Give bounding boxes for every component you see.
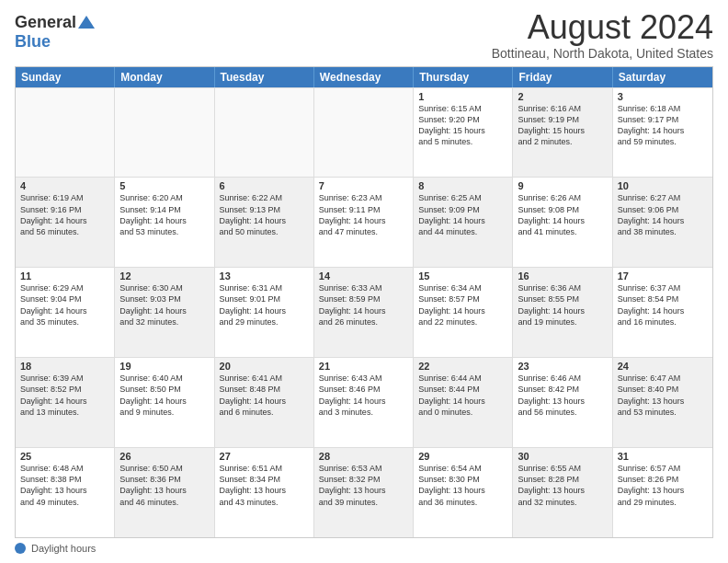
day-number: 25 [20,451,109,462]
cell-info: Sunrise: 6:57 AM Sunset: 8:26 PM Dayligh… [618,463,708,508]
cal-cell-empty-0-1 [115,88,214,178]
cell-info: Sunrise: 6:31 AM Sunset: 9:01 PM Dayligh… [220,282,309,327]
cal-cell-6: 6Sunrise: 6:22 AM Sunset: 9:13 PM Daylig… [215,178,314,267]
cell-info: Sunrise: 6:41 AM Sunset: 8:48 PM Dayligh… [220,373,309,418]
cell-info: Sunrise: 6:20 AM Sunset: 9:14 PM Dayligh… [119,192,209,237]
cal-cell-2: 2Sunrise: 6:16 AM Sunset: 9:19 PM Daylig… [513,88,612,178]
cell-info: Sunrise: 6:39 AM Sunset: 8:52 PM Dayligh… [20,373,109,418]
day-number: 2 [518,91,607,102]
cell-info: Sunrise: 6:22 AM Sunset: 9:13 PM Dayligh… [220,192,309,237]
cal-cell-22: 22Sunrise: 6:44 AM Sunset: 8:44 PM Dayli… [414,358,513,447]
cal-header-cell-monday: Monday [115,67,214,87]
cell-info: Sunrise: 6:23 AM Sunset: 9:11 PM Dayligh… [319,192,408,237]
cal-cell-21: 21Sunrise: 6:43 AM Sunset: 8:46 PM Dayli… [314,358,414,447]
day-number: 12 [119,270,209,282]
cal-cell-13: 13Sunrise: 6:31 AM Sunset: 9:01 PM Dayli… [215,268,314,357]
cal-cell-30: 30Sunrise: 6:55 AM Sunset: 8:28 PM Dayli… [513,448,612,537]
cal-header-cell-sunday: Sunday [16,67,115,87]
cal-cell-15: 15Sunrise: 6:34 AM Sunset: 8:57 PM Dayli… [414,268,513,357]
cal-cell-29: 29Sunrise: 6:54 AM Sunset: 8:30 PM Dayli… [414,448,513,537]
footer-dot-icon [15,543,26,554]
day-number: 27 [220,451,309,462]
header: General Blue August 2024 Bottineau, Nort… [15,9,713,61]
cal-cell-20: 20Sunrise: 6:41 AM Sunset: 8:48 PM Dayli… [215,358,314,447]
cell-info: Sunrise: 6:16 AM Sunset: 9:19 PM Dayligh… [518,103,607,148]
cell-info: Sunrise: 6:44 AM Sunset: 8:44 PM Dayligh… [418,373,507,418]
cal-row-5: 25Sunrise: 6:48 AM Sunset: 8:38 PM Dayli… [16,447,712,537]
cal-header-cell-thursday: Thursday [414,67,513,87]
day-number: 16 [518,270,607,282]
day-number: 5 [119,180,209,191]
cal-cell-empty-0-3 [314,88,414,178]
cell-info: Sunrise: 6:26 AM Sunset: 9:08 PM Dayligh… [518,192,607,237]
cal-cell-9: 9Sunrise: 6:26 AM Sunset: 9:08 PM Daylig… [513,178,612,267]
calendar: SundayMondayTuesdayWednesdayThursdayFrid… [15,66,713,538]
cell-info: Sunrise: 6:51 AM Sunset: 8:34 PM Dayligh… [220,463,309,508]
day-number: 29 [418,451,507,462]
day-number: 9 [518,180,607,191]
day-number: 7 [319,180,408,191]
cal-cell-27: 27Sunrise: 6:51 AM Sunset: 8:34 PM Dayli… [215,448,314,537]
day-number: 11 [20,270,109,282]
logo-general: General [15,13,76,32]
cal-cell-1: 1Sunrise: 6:15 AM Sunset: 9:20 PM Daylig… [414,88,513,178]
cal-cell-10: 10Sunrise: 6:27 AM Sunset: 9:06 PM Dayli… [613,178,712,267]
day-number: 6 [220,180,309,191]
cell-info: Sunrise: 6:46 AM Sunset: 8:42 PM Dayligh… [518,373,607,418]
cal-cell-4: 4Sunrise: 6:19 AM Sunset: 9:16 PM Daylig… [16,178,115,267]
cell-info: Sunrise: 6:30 AM Sunset: 9:03 PM Dayligh… [119,282,209,327]
cal-cell-26: 26Sunrise: 6:50 AM Sunset: 8:36 PM Dayli… [115,448,214,537]
day-number: 15 [418,270,507,282]
cal-cell-17: 17Sunrise: 6:37 AM Sunset: 8:54 PM Dayli… [613,268,712,357]
cell-info: Sunrise: 6:37 AM Sunset: 8:54 PM Dayligh… [618,282,708,327]
cell-info: Sunrise: 6:18 AM Sunset: 9:17 PM Dayligh… [618,103,708,148]
cell-info: Sunrise: 6:55 AM Sunset: 8:28 PM Dayligh… [518,463,607,508]
cell-info: Sunrise: 6:54 AM Sunset: 8:30 PM Dayligh… [418,463,507,508]
day-number: 14 [319,270,408,282]
cal-row-1: 1Sunrise: 6:15 AM Sunset: 9:20 PM Daylig… [16,87,712,178]
cal-cell-5: 5Sunrise: 6:20 AM Sunset: 9:14 PM Daylig… [115,178,214,267]
day-number: 13 [220,270,309,282]
cal-cell-empty-0-2 [215,88,314,178]
logo-icon [78,16,95,29]
subtitle: Bottineau, North Dakota, United States [492,46,713,61]
cal-cell-24: 24Sunrise: 6:47 AM Sunset: 8:40 PM Dayli… [613,358,712,447]
cal-cell-16: 16Sunrise: 6:36 AM Sunset: 8:55 PM Dayli… [513,268,612,357]
day-number: 31 [618,451,708,462]
cell-info: Sunrise: 6:40 AM Sunset: 8:50 PM Dayligh… [119,373,209,418]
cal-header-cell-friday: Friday [513,67,612,87]
calendar-body: 1Sunrise: 6:15 AM Sunset: 9:20 PM Daylig… [16,87,712,537]
day-number: 4 [20,180,109,191]
cal-cell-31: 31Sunrise: 6:57 AM Sunset: 8:26 PM Dayli… [613,448,712,537]
page: General Blue August 2024 Bottineau, Nort… [0,0,728,563]
cal-row-3: 11Sunrise: 6:29 AM Sunset: 9:04 PM Dayli… [16,267,712,357]
svg-marker-0 [78,16,95,29]
day-number: 3 [618,91,708,102]
cell-info: Sunrise: 6:25 AM Sunset: 9:09 PM Dayligh… [418,192,507,237]
cell-info: Sunrise: 6:43 AM Sunset: 8:46 PM Dayligh… [319,373,408,418]
footer: Daylight hours [15,543,713,554]
cal-cell-11: 11Sunrise: 6:29 AM Sunset: 9:04 PM Dayli… [16,268,115,357]
cell-info: Sunrise: 6:19 AM Sunset: 9:16 PM Dayligh… [20,192,109,237]
cal-header-cell-tuesday: Tuesday [215,67,314,87]
logo: General Blue [15,13,95,52]
logo-blue: Blue [15,32,51,52]
cell-info: Sunrise: 6:33 AM Sunset: 8:59 PM Dayligh… [319,282,408,327]
day-number: 23 [518,361,607,372]
cal-cell-12: 12Sunrise: 6:30 AM Sunset: 9:03 PM Dayli… [115,268,214,357]
cal-header-cell-saturday: Saturday [613,67,712,87]
day-number: 1 [418,91,507,102]
day-number: 24 [618,361,708,372]
day-number: 8 [418,180,507,191]
cell-info: Sunrise: 6:36 AM Sunset: 8:55 PM Dayligh… [518,282,607,327]
day-number: 18 [20,361,109,372]
cell-info: Sunrise: 6:15 AM Sunset: 9:20 PM Dayligh… [418,103,507,148]
cal-cell-14: 14Sunrise: 6:33 AM Sunset: 8:59 PM Dayli… [314,268,414,357]
cell-info: Sunrise: 6:29 AM Sunset: 9:04 PM Dayligh… [20,282,109,327]
cell-info: Sunrise: 6:50 AM Sunset: 8:36 PM Dayligh… [119,463,209,508]
day-number: 19 [119,361,209,372]
cal-cell-25: 25Sunrise: 6:48 AM Sunset: 8:38 PM Dayli… [16,448,115,537]
day-number: 28 [319,451,408,462]
day-number: 22 [418,361,507,372]
day-number: 17 [618,270,708,282]
